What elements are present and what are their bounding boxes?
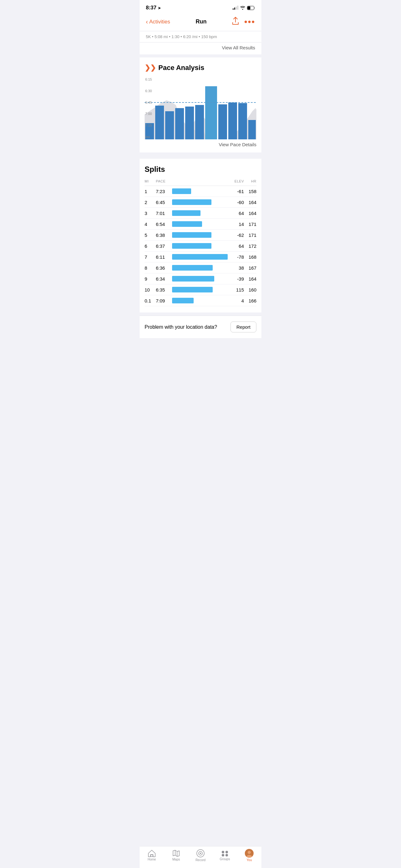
split-row-10: 10 6:35 115 160 <box>144 284 257 295</box>
signal-bar-3 <box>236 6 237 10</box>
split-hr-4: 171 <box>244 221 257 227</box>
split-bar-11 <box>172 298 194 303</box>
split-pace-9: 6:34 <box>156 276 172 281</box>
split-bar-3 <box>172 210 201 216</box>
svg-rect-6 <box>155 105 164 140</box>
split-bar-9 <box>172 276 214 281</box>
split-elev-5: -62 <box>228 232 244 238</box>
split-elev-11: 4 <box>228 298 244 303</box>
location-icon: ➤ <box>158 6 161 10</box>
problem-text: Problem with your location data? <box>144 324 217 330</box>
split-mi-9: 9 <box>144 276 156 281</box>
share-button[interactable] <box>232 17 239 27</box>
splits-section: Splits MI PACE ELEV HR 1 7:23 -61 158 2 … <box>140 159 261 312</box>
more-button[interactable]: ●●● <box>244 19 255 25</box>
signal-bar-1 <box>233 8 234 10</box>
pace-chart: 6:15 6:30 6:45 7:00 7:15 /mi <box>144 77 257 140</box>
split-row-5: 5 6:38 -62 171 <box>144 230 257 241</box>
split-row-6: 6 6:37 64 172 <box>144 241 257 251</box>
header-mi: MI <box>144 179 156 183</box>
svg-rect-12 <box>218 104 227 140</box>
split-mi-5: 5 <box>144 232 156 238</box>
back-chevron-icon: ‹ <box>146 18 148 25</box>
split-mi-11: 0.1 <box>144 298 156 303</box>
split-mi-3: 3 <box>144 211 156 216</box>
svg-rect-8 <box>175 108 184 140</box>
header-pace: PACE <box>156 179 172 183</box>
split-row-8: 8 6:36 38 167 <box>144 262 257 273</box>
header-elev: ELEV <box>228 179 244 183</box>
status-time: 8:37 ➤ <box>146 5 161 11</box>
split-pace-7: 6:11 <box>156 254 172 260</box>
status-icons <box>233 6 255 10</box>
nav-actions: ●●● <box>232 17 255 27</box>
split-pace-8: 6:36 <box>156 265 172 271</box>
pace-chart-svg <box>144 77 257 140</box>
view-pace-details-row: View Pace Details <box>144 142 257 148</box>
y-label-2: 6:30 <box>145 89 152 93</box>
page-title: Run <box>196 19 207 25</box>
svg-rect-9 <box>185 106 194 140</box>
split-hr-6: 172 <box>244 243 257 249</box>
split-pace-3: 7:01 <box>156 211 172 216</box>
split-elev-7: -78 <box>228 254 244 260</box>
split-bar-6 <box>172 243 211 249</box>
split-elev-8: 38 <box>228 265 244 271</box>
split-pace-6: 6:37 <box>156 243 172 249</box>
split-bar-4 <box>172 221 202 227</box>
split-mi-8: 8 <box>144 265 156 271</box>
view-all-results-link[interactable]: View All Results <box>222 45 255 50</box>
split-pace-11: 7:09 <box>156 298 172 303</box>
pace-analysis-section: ❯❯ Pace Analysis <box>140 58 261 153</box>
svg-rect-11 <box>205 86 217 140</box>
signal-bar-4 <box>237 6 238 10</box>
signal-bar-2 <box>234 7 235 10</box>
split-mi-1: 1 <box>144 189 156 194</box>
back-button[interactable]: ‹ Activities <box>146 18 170 25</box>
split-bar-10 <box>172 287 213 292</box>
view-all-row: View All Results <box>140 42 261 54</box>
split-row-2: 2 6:45 -60 164 <box>144 197 257 208</box>
split-mi-10: 10 <box>144 287 156 292</box>
split-mi-2: 2 <box>144 200 156 205</box>
split-mi-7: 7 <box>144 254 156 260</box>
svg-rect-13 <box>228 102 237 140</box>
svg-rect-7 <box>165 111 174 140</box>
splits-rows: 1 7:23 -61 158 2 6:45 -60 164 3 7:01 64 … <box>144 186 257 306</box>
split-mi-6: 6 <box>144 243 156 249</box>
report-button[interactable]: Report <box>231 321 257 333</box>
header-hr: HR <box>244 179 257 183</box>
wifi-icon <box>240 6 245 10</box>
split-bar-8 <box>172 265 213 271</box>
y-label-1: 6:15 <box>145 78 152 81</box>
svg-rect-15 <box>248 120 256 140</box>
split-hr-8: 167 <box>244 265 257 271</box>
signal-strength <box>233 6 238 10</box>
split-elev-2: -60 <box>228 200 244 205</box>
split-elev-6: 64 <box>228 243 244 249</box>
split-elev-4: 14 <box>228 221 244 227</box>
pace-chevron-icon: ❯❯ <box>144 64 156 72</box>
split-hr-10: 160 <box>244 287 257 292</box>
split-pace-2: 6:45 <box>156 200 172 205</box>
svg-rect-1 <box>248 6 250 9</box>
split-bar-1 <box>172 188 191 194</box>
split-row-1: 1 7:23 -61 158 <box>144 186 257 197</box>
split-elev-10: 115 <box>228 287 244 292</box>
problem-banner: Problem with your location data? Report <box>140 316 261 338</box>
nav-bar: ‹ Activities Run ●●● <box>140 14 261 31</box>
split-hr-11: 166 <box>244 298 257 303</box>
svg-rect-14 <box>238 103 247 140</box>
split-mi-4: 4 <box>144 221 156 227</box>
split-bar-7 <box>172 254 228 260</box>
split-hr-5: 171 <box>244 232 257 238</box>
split-row-4: 4 6:54 14 171 <box>144 219 257 230</box>
y-label-6: /mi <box>145 135 152 139</box>
pace-analysis-title: Pace Analysis <box>158 64 204 72</box>
y-label-3: 6:45 <box>145 101 152 104</box>
split-pace-5: 6:38 <box>156 232 172 238</box>
split-row-11: 0.1 7:09 4 166 <box>144 295 257 306</box>
split-hr-9: 164 <box>244 276 257 281</box>
view-pace-details-link[interactable]: View Pace Details <box>219 142 257 147</box>
back-label: Activities <box>149 19 170 25</box>
